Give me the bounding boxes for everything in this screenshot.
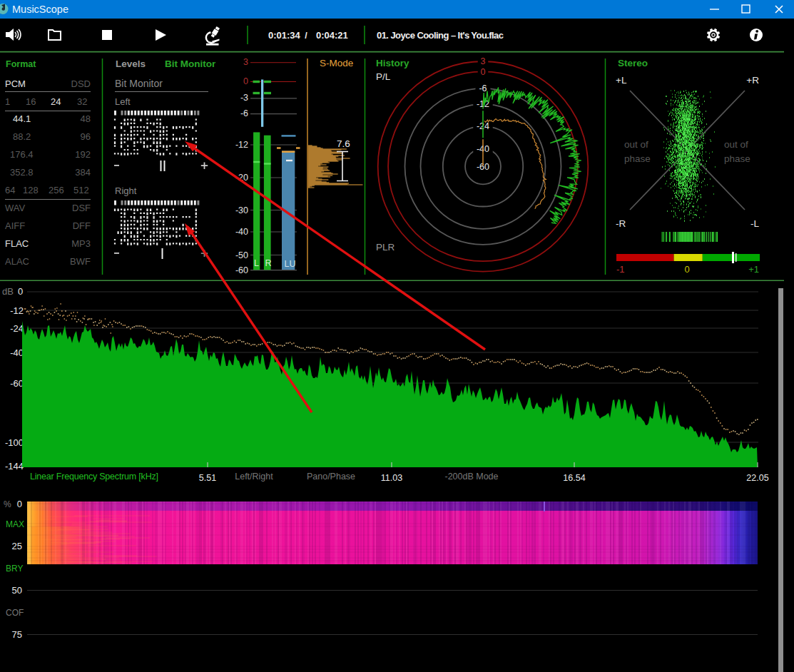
svg-text:Bit Monitor: Bit Monitor xyxy=(115,78,163,89)
svg-text:3: 3 xyxy=(481,56,486,66)
svg-text:0: 0 xyxy=(481,67,486,77)
svg-text:-3: -3 xyxy=(240,93,248,103)
svg-text:Pano/Phase: Pano/Phase xyxy=(307,472,355,482)
svg-text:+1: +1 xyxy=(748,264,759,275)
svg-text:11.03: 11.03 xyxy=(381,473,402,483)
svg-text:22.05: 22.05 xyxy=(746,473,768,483)
svg-text:ALAC: ALAC xyxy=(5,256,29,267)
svg-text:01. Joyce Cooling – It's You.f: 01. Joyce Cooling – It's You.flac xyxy=(377,30,504,41)
svg-text:dB: dB xyxy=(2,286,14,297)
svg-text:Right: Right xyxy=(115,185,137,196)
svg-text:+L: +L xyxy=(616,75,627,86)
svg-text:Left: Left xyxy=(115,96,131,107)
svg-text:COF: COF xyxy=(6,608,24,618)
svg-text:Bit Monitor: Bit Monitor xyxy=(165,58,216,69)
svg-text:-12: -12 xyxy=(235,140,248,150)
svg-text:-200dB Mode: -200dB Mode xyxy=(444,472,498,482)
svg-text:R: R xyxy=(265,258,272,268)
svg-text:96: 96 xyxy=(81,131,91,142)
svg-text:-1: -1 xyxy=(616,264,625,275)
svg-text:S-Mode: S-Mode xyxy=(320,58,353,68)
svg-text:-6: -6 xyxy=(240,108,248,118)
svg-text:-40: -40 xyxy=(10,347,24,358)
svg-text:MP3: MP3 xyxy=(71,238,91,249)
svg-text:-R: -R xyxy=(616,218,626,229)
svg-text:-60: -60 xyxy=(10,378,24,389)
svg-text:+R: +R xyxy=(746,75,759,86)
svg-text:phase: phase xyxy=(724,153,750,164)
svg-text:AIFF: AIFF xyxy=(5,220,25,231)
svg-text:DSD: DSD xyxy=(71,78,91,89)
svg-text:3: 3 xyxy=(243,57,248,67)
svg-text:-100: -100 xyxy=(5,437,24,448)
svg-text:24: 24 xyxy=(51,96,61,107)
svg-text:32: 32 xyxy=(77,96,87,107)
svg-text:75: 75 xyxy=(12,629,22,640)
svg-text:BRY: BRY xyxy=(6,564,23,574)
svg-text:256: 256 xyxy=(49,185,64,195)
svg-text:P/L: P/L xyxy=(376,71,391,82)
svg-text:out of: out of xyxy=(724,139,748,150)
svg-text:0:04:21: 0:04:21 xyxy=(316,30,348,41)
svg-text:16: 16 xyxy=(26,96,36,107)
svg-text:LU: LU xyxy=(285,259,296,269)
svg-text:48: 48 xyxy=(81,113,91,124)
svg-text:Linear Frequency Spectrum [kHz: Linear Frequency Spectrum [kHz] xyxy=(30,472,158,482)
svg-text:-144: -144 xyxy=(5,461,24,472)
svg-text:0:01:34: 0:01:34 xyxy=(268,30,301,41)
svg-text:1: 1 xyxy=(5,96,10,107)
svg-text:Levels: Levels xyxy=(116,58,146,69)
svg-text:BWF: BWF xyxy=(70,256,91,267)
svg-text:DSF: DSF xyxy=(72,203,91,213)
svg-text:-12: -12 xyxy=(10,305,24,316)
svg-text:Stereo: Stereo xyxy=(618,58,648,68)
svg-text:PLR: PLR xyxy=(376,242,395,253)
svg-text:-L: -L xyxy=(750,218,759,229)
svg-text:0: 0 xyxy=(684,264,689,275)
svg-text:L: L xyxy=(254,258,259,268)
svg-text:out of: out of xyxy=(624,139,648,150)
svg-text:5.51: 5.51 xyxy=(199,473,216,483)
svg-text:352.8: 352.8 xyxy=(10,167,34,178)
svg-text:phase: phase xyxy=(624,153,651,164)
svg-text:88.2: 88.2 xyxy=(13,131,31,142)
svg-text:-40: -40 xyxy=(235,227,248,237)
svg-text:176.4: 176.4 xyxy=(10,149,34,160)
svg-text:Left/Right: Left/Right xyxy=(235,472,273,482)
svg-text:192: 192 xyxy=(75,149,91,160)
svg-text:0: 0 xyxy=(17,499,22,509)
svg-text:-6: -6 xyxy=(479,83,487,93)
svg-text:0: 0 xyxy=(243,76,248,86)
svg-text:7.6: 7.6 xyxy=(337,138,350,149)
svg-text:MAX: MAX xyxy=(6,519,24,529)
svg-text:PCM: PCM xyxy=(5,78,26,89)
svg-text:-30: -30 xyxy=(235,205,248,215)
svg-text:0: 0 xyxy=(18,286,23,297)
svg-text:WAV: WAV xyxy=(5,203,25,213)
svg-text:64: 64 xyxy=(5,185,15,195)
svg-text:25: 25 xyxy=(12,541,22,551)
svg-text:16.54: 16.54 xyxy=(563,473,585,483)
svg-text:50: 50 xyxy=(12,585,22,596)
svg-text:44.1: 44.1 xyxy=(13,113,31,124)
svg-text:MusicScope: MusicScope xyxy=(12,4,68,15)
svg-text:Format: Format xyxy=(6,59,36,69)
svg-text:-50: -50 xyxy=(235,250,248,260)
svg-text:384: 384 xyxy=(75,167,91,178)
svg-text:History: History xyxy=(376,58,409,68)
svg-text:128: 128 xyxy=(23,185,39,195)
svg-text:-60: -60 xyxy=(235,265,248,275)
svg-text:FLAC: FLAC xyxy=(5,238,29,249)
svg-text:-24: -24 xyxy=(10,323,24,334)
svg-text:DFF: DFF xyxy=(73,220,91,231)
svg-text:512: 512 xyxy=(73,185,89,195)
svg-text:/: / xyxy=(305,31,307,41)
svg-text:%: % xyxy=(4,499,11,509)
